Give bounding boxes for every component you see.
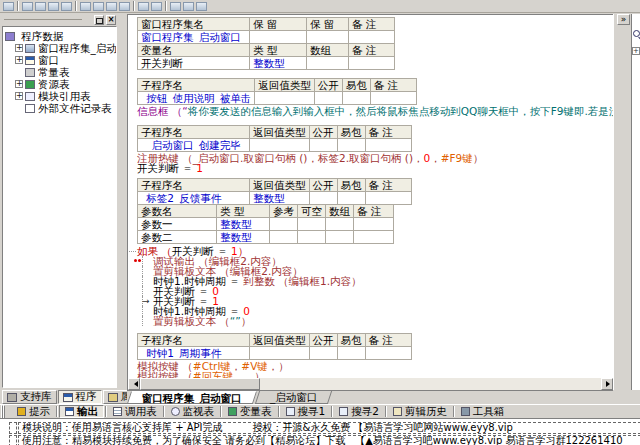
tree-item[interactable]: +窗口 [5, 53, 116, 65]
cell [298, 231, 326, 244]
expand-icon[interactable]: + [15, 56, 23, 64]
cell[interactable]: 窗口程序集_启动窗口 [138, 31, 250, 44]
program-data-panel: × 程序数据 +窗口程序集_启动窗口+窗口常量表+资源表+模块引用表外部文件记录… [2, 14, 117, 388]
toolbar-icon[interactable] [138, 2, 149, 11]
toolbar-icon[interactable] [35, 2, 46, 11]
tree-item[interactable]: +模块引用表 [5, 89, 116, 101]
toolbar-icon[interactable] [22, 2, 33, 11]
output-tab-搜寻1[interactable]: 搜寻1 [281, 405, 331, 418]
tree-item[interactable]: 常量表 [5, 65, 116, 77]
tab-separator [220, 406, 222, 417]
cell[interactable]: __启动窗口_创建完毕 [138, 139, 250, 152]
header-cell: 公开 [309, 179, 337, 192]
cell [307, 57, 349, 70]
module-icon [25, 92, 35, 101]
header-cell: 子程序名 [138, 334, 250, 347]
scrollbar-track[interactable] [260, 378, 601, 390]
toolbar-icon[interactable] [48, 2, 59, 11]
toolbar-icon[interactable] [93, 2, 104, 11]
cell[interactable]: 整数型 [217, 231, 270, 244]
clip-history-icon [393, 407, 402, 416]
sub3-table: 子程序名返回值类型公开易包备 注_标签2_反馈事件整数型 [137, 178, 412, 205]
cell [365, 347, 411, 360]
header-cell: 窗口程序集名 [138, 18, 250, 31]
tab-label: 程序 [76, 390, 97, 404]
code-line[interactable]: 置剪辑板文本 （“”） [142, 316, 613, 326]
output-tab-工具箱[interactable]: 工具箱 [456, 405, 510, 418]
toolbar-icon[interactable] [170, 2, 181, 11]
toolbar-icon[interactable] [183, 2, 194, 11]
header-cell: 数组 [326, 205, 354, 218]
code-seg: 模拟按键 （ [137, 370, 193, 378]
cell[interactable]: _时钟1_周期事件 [138, 347, 250, 360]
code-editor[interactable]: 窗口程序集名保 留保 留备 注窗口程序集_启动窗口变量名类 型数组备 注开关判断… [127, 14, 613, 378]
cell [337, 139, 365, 152]
scroll-left-icon[interactable] [128, 378, 140, 390]
tree-root[interactable]: 程序数据 [5, 29, 116, 41]
cell[interactable]: _按钮_使用说明_被单击 [138, 92, 255, 105]
table-header-row: 子程序名返回值类型公开易包备 注 [138, 179, 412, 192]
table-row: _标签2_反馈事件整数型 [138, 192, 412, 205]
code-block: 信息框 （“将你要发送的信息输入到输入框中，然后将鼠标焦点移动到QQ聊天框中，按… [137, 106, 613, 116]
output-tab-调用表[interactable]: 调用表 [108, 405, 162, 418]
tab-程序[interactable]: 程序 [58, 390, 102, 404]
dock-grip[interactable] [1, 406, 9, 418]
toolbar-icon[interactable] [3, 2, 14, 11]
pin-button[interactable] [94, 15, 104, 25]
expand-icon[interactable]: + [15, 92, 23, 100]
toolbar-icon[interactable] [61, 2, 72, 11]
code-line[interactable]: 信息框 （“将你要发送的信息输入到输入框中，然后将鼠标焦点移动到QQ聊天框中，按… [137, 106, 613, 116]
cell[interactable]: 整数型 [250, 192, 310, 205]
tab-label: 变量表 [240, 405, 272, 419]
tab-支持库[interactable]: 支持库 [2, 390, 57, 404]
output-tab-变量表[interactable]: 变量表 [223, 405, 277, 418]
table-header-row: 变量名类 型数组备 注 [138, 44, 395, 57]
code-line[interactable]: 模拟按键 （#回车键，，） [137, 371, 613, 378]
output-tab-提示[interactable]: 提示 [12, 405, 55, 418]
code-seg: #回车键 [193, 370, 233, 378]
output-tab-监视表[interactable]: 监视表 [166, 405, 220, 418]
expand-icon[interactable]: + [15, 44, 23, 52]
tree-item[interactable]: 外部文件记录表 [5, 101, 116, 113]
output-tab-搜寻2[interactable]: 搜寻2 [334, 405, 384, 418]
dock-panel-header: × [2, 14, 117, 26]
tree-item[interactable]: +窗口程序集_启动窗口 [5, 41, 116, 53]
close-icon[interactable]: × [106, 15, 116, 25]
header-cell: 返回值类型 [250, 179, 310, 192]
bp-marker [134, 259, 137, 262]
scroll-right-icon[interactable] [601, 378, 613, 390]
output-tab-剪辑历史[interactable]: 剪辑历史 [388, 405, 452, 418]
header-cell: 子程序名 [138, 126, 250, 139]
toolbar-icon[interactable] [119, 2, 130, 11]
editor-tab[interactable]: _启动窗口 [255, 391, 332, 404]
toolbar-separator [75, 1, 77, 11]
table-header-row: 窗口程序集名保 留保 留备 注 [138, 18, 395, 31]
tree-item[interactable]: +资源表 [5, 77, 116, 89]
editor-tab[interactable]: 窗口程序集_启动窗口 [127, 391, 257, 404]
scrollbar-thumb[interactable] [140, 378, 260, 390]
toolbar-overflow-button[interactable]: » [617, 14, 630, 25]
header-cell: 备 注 [370, 79, 416, 92]
cell[interactable]: _标签2_反馈事件 [138, 192, 250, 205]
toolbar-icon[interactable] [80, 2, 91, 11]
search-icon [633, 30, 640, 37]
header-cell: 返回值类型 [250, 126, 310, 139]
editor-horizontal-scrollbar[interactable] [127, 378, 613, 390]
toolbar-icon[interactable] [106, 2, 117, 11]
cell [349, 57, 395, 70]
output-row[interactable]: 模块说明：使用易语言核心支持库 + API完成 授权：开源&永久免费 【易语言学… [9, 422, 640, 434]
header-cell: 保 留 [250, 18, 307, 31]
code-line[interactable]: 开关判断 ＝ 1 [137, 163, 613, 173]
expand-icon[interactable]: + [15, 80, 23, 88]
header-cell: 子程序名 [138, 179, 250, 192]
output-tab-输出[interactable]: 输出 [59, 405, 104, 418]
cell[interactable]: 整数型 [217, 218, 270, 231]
code-line[interactable]: 注册热键 （_启动窗口.取窗口句柄 ()，标签2.取窗口句柄 ()，0，#F9键… [137, 153, 613, 163]
expand-icon[interactable]: + [632, 47, 640, 55]
toolbar-icon[interactable] [151, 2, 162, 11]
output-row[interactable]: 使用注意：精易模块持续免费，为了确保安全 请务必到【精易论坛】下载 【▲易语言学… [9, 435, 640, 445]
cell: 参数二 [138, 231, 217, 244]
toolbar-icon[interactable] [196, 2, 207, 11]
tab-separator [56, 406, 58, 417]
cell[interactable]: 整数型 [250, 57, 307, 70]
